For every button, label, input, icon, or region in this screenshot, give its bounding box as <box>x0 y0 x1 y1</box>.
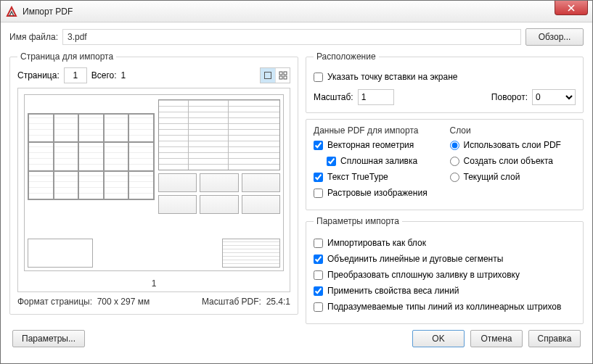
infer-linetype-check[interactable]: Подразумеваемые типы линий из коллинеарн… <box>314 300 576 313</box>
raster-check[interactable]: Растровые изображения <box>314 186 440 199</box>
svg-rect-2 <box>284 72 287 75</box>
import-params-group: Параметры импорта Импортировать как блок… <box>306 216 584 324</box>
rotation-label: Поворот: <box>491 92 528 102</box>
location-group: Расположение Указать точку вставки на эк… <box>306 51 584 113</box>
page-format: Формат страницы: 700 x 297 мм <box>17 297 150 307</box>
total-label: Всего: <box>91 70 117 80</box>
truetype-check[interactable]: Текст TrueType <box>314 170 440 183</box>
page-group: Страница для импорта Страница: Всего: 1 <box>9 51 298 315</box>
convert-fill-check[interactable]: Преобразовать сплошную заливку в штрихов… <box>314 268 576 281</box>
specify-point-checkbox[interactable] <box>314 73 323 82</box>
pdf-data-group: Данные PDF для импорта Векторная геометр… <box>306 119 584 210</box>
page-input[interactable] <box>64 67 87 83</box>
scale-label: Масштаб: <box>314 92 353 102</box>
view-grid-icon[interactable] <box>275 68 290 83</box>
view-single-icon[interactable] <box>261 68 275 83</box>
content: Имя файла: 3.pdf Обзор... Страница для и… <box>1 22 592 355</box>
page-group-legend: Страница для импорта <box>17 51 116 62</box>
join-segments-check[interactable]: Объединить линейные и дуговые сегменты <box>314 252 576 265</box>
options-button[interactable]: Параметры... <box>12 330 85 347</box>
ok-button[interactable]: OK <box>412 330 465 347</box>
view-toggle <box>260 67 290 83</box>
svg-rect-4 <box>284 76 287 79</box>
file-row: Имя файла: 3.pdf Обзор... <box>9 28 584 46</box>
svg-rect-3 <box>279 76 282 79</box>
total-value: 1 <box>121 70 126 80</box>
rotation-select[interactable]: 0 <box>532 89 576 105</box>
import-params-legend: Параметры импорта <box>314 216 402 226</box>
vector-check[interactable]: Векторная геометрия <box>314 138 440 152</box>
preview-page-number: 1 <box>18 277 290 291</box>
window-title: Импорт PDF <box>23 7 555 17</box>
scale-input[interactable] <box>358 89 394 105</box>
browse-button[interactable]: Обзор... <box>525 28 584 46</box>
pdfdata-legend: Данные PDF для импорта <box>314 125 440 136</box>
as-block-check[interactable]: Импортировать как блок <box>314 236 576 249</box>
file-label: Имя файла: <box>9 32 58 42</box>
close-button[interactable] <box>555 1 588 15</box>
file-path-value: 3.pdf <box>68 32 87 42</box>
pdf-scale: Масштаб PDF: 25.4:1 <box>202 297 290 307</box>
app-icon <box>5 5 18 18</box>
create-obj-layers-radio[interactable]: Создать слои объекта <box>450 154 576 167</box>
help-button[interactable]: Справка <box>528 330 581 347</box>
use-pdf-layers-radio[interactable]: Использовать слои PDF <box>450 138 576 152</box>
current-layer-radio[interactable]: Текущий слой <box>450 170 576 183</box>
solidfill-check[interactable]: Сплошная заливка <box>327 154 440 167</box>
svg-rect-1 <box>279 72 282 75</box>
cancel-button[interactable]: Отмена <box>470 330 523 347</box>
titlebar: Импорт PDF <box>1 1 592 22</box>
svg-rect-0 <box>265 73 271 79</box>
page-label: Страница: <box>17 70 60 80</box>
specify-point-check[interactable]: Указать точку вставки на экране <box>314 70 576 83</box>
location-legend: Расположение <box>314 51 379 62</box>
preview-drawing <box>24 94 284 271</box>
layers-legend: Слои <box>450 125 576 136</box>
apply-lineweight-check[interactable]: Применить свойства веса линий <box>314 284 576 297</box>
file-path-box: 3.pdf <box>62 29 521 45</box>
page-preview[interactable]: 1 <box>17 88 290 292</box>
import-pdf-dialog: Импорт PDF Имя файла: 3.pdf Обзор... Стр… <box>0 0 593 364</box>
